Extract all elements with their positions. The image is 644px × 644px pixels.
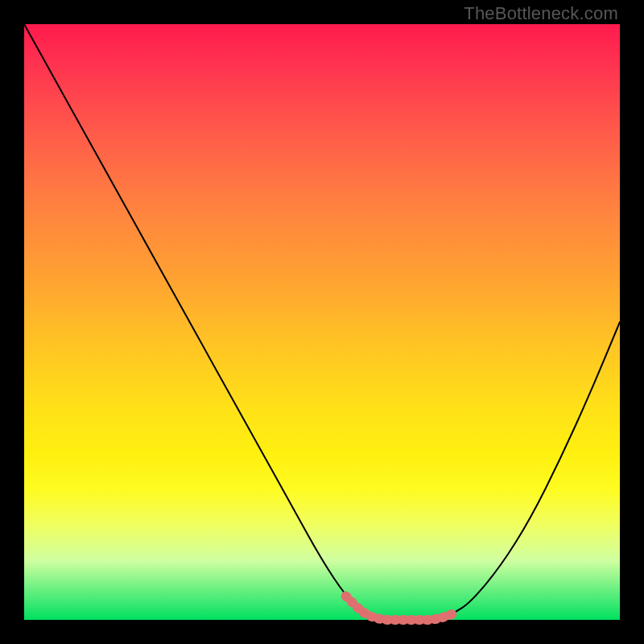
watermark-text: TheBottleneck.com	[464, 3, 618, 24]
bottleneck-curve	[24, 24, 620, 620]
chart-container: TheBottleneck.com	[0, 0, 644, 644]
accent-band	[346, 596, 453, 620]
plot-area	[24, 24, 620, 620]
curve-layer	[24, 24, 620, 620]
